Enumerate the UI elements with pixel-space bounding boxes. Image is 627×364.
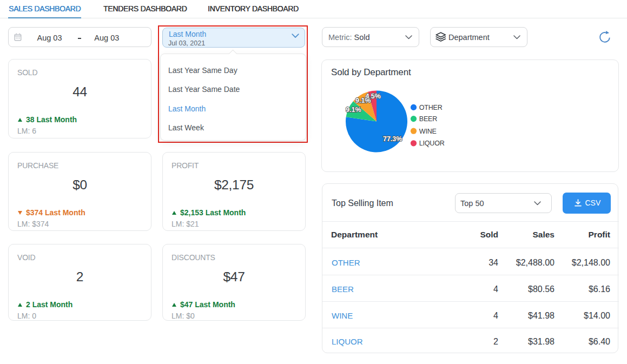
svg-text:9.1%: 9.1% [346, 106, 361, 114]
svg-text:OTHER: OTHER [419, 104, 443, 111]
svg-text:WINE: WINE [419, 128, 437, 135]
svg-text:LIQUOR: LIQUOR [419, 140, 445, 147]
svg-text:9.1%: 9.1% [355, 97, 371, 104]
svg-text:BEER: BEER [419, 115, 437, 123]
svg-text:77.3%: 77.3% [383, 135, 402, 143]
